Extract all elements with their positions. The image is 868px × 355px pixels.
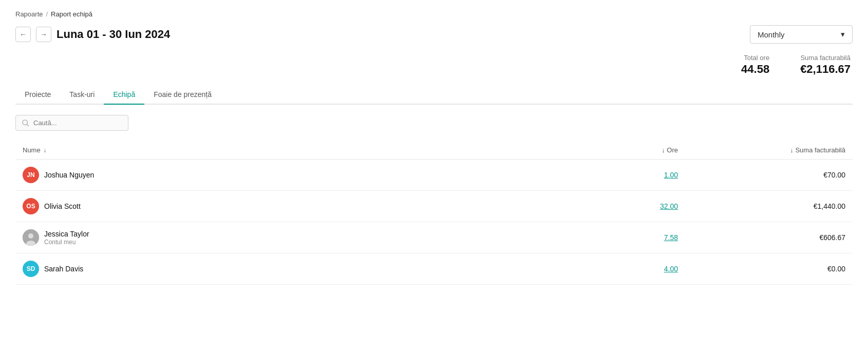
header-left: ← → Luna 01 - 30 Iun 2024 (15, 27, 170, 42)
search-input[interactable] (33, 119, 122, 127)
total-hours-label: Total ore (741, 54, 769, 62)
cell-billable: €606.67 (685, 222, 853, 253)
user-name: Jessica Taylor (44, 230, 89, 238)
avatar: JN (23, 167, 39, 183)
tab-echipa[interactable]: Echipă (104, 85, 144, 105)
avatar: SD (23, 261, 39, 277)
chevron-down-icon: ▾ (841, 30, 845, 39)
cell-hours: 1.00 (518, 160, 685, 191)
billable-sum-value: €2,116.67 (800, 63, 851, 76)
stats-row: Total ore 44.58 Suma facturabilă €2,116.… (15, 54, 853, 76)
total-hours-value: 44.58 (741, 63, 769, 76)
user-name: Sarah Davis (44, 265, 83, 273)
user-cell: JN Joshua Nguyen (23, 167, 511, 183)
user-name: Olivia Scott (44, 202, 81, 210)
breadcrumb-separator: / (46, 10, 48, 18)
search-container (15, 115, 128, 131)
cell-name: SD Sarah Davis (15, 253, 518, 285)
col-header-billable[interactable]: ↓ Suma facturabilă (685, 141, 853, 160)
cell-hours: 7.58 (518, 222, 685, 253)
total-hours-stat: Total ore 44.58 (741, 54, 769, 76)
cell-name: OS Olivia Scott (15, 191, 518, 222)
search-icon (22, 120, 29, 127)
cell-billable: €0.00 (685, 253, 853, 285)
tab-proiecte[interactable]: Proiecte (15, 85, 60, 105)
user-subtitle: Contul meu (44, 239, 89, 246)
breadcrumb: Rapoarte / Raport echipă (15, 10, 853, 18)
user-cell: OS Olivia Scott (23, 198, 511, 214)
breadcrumb-parent[interactable]: Rapoarte (15, 10, 43, 18)
table-row: SD Sarah Davis 4.00 €0.00 (15, 253, 853, 285)
cell-hours: 4.00 (518, 253, 685, 285)
table-row: JN Joshua Nguyen 1.00 €70.00 (15, 160, 853, 191)
tab-bar: Proiecte Task-uri Echipă Foaie de prezen… (15, 85, 853, 105)
user-name: Joshua Nguyen (44, 171, 94, 179)
svg-line-1 (27, 124, 29, 126)
user-info: Olivia Scott (44, 202, 81, 210)
table-row: OS Olivia Scott 32.00 €1,440.00 (15, 191, 853, 222)
user-info: Jessica Taylor Contul meu (44, 230, 89, 246)
hours-link[interactable]: 4.00 (664, 265, 678, 273)
table-header-row: Nume ↓ ↓ Ore ↓ Suma facturabilă (15, 141, 853, 160)
next-button[interactable]: → (36, 27, 51, 42)
col-header-name[interactable]: Nume ↓ (15, 141, 518, 160)
page-title: Luna 01 - 30 Iun 2024 (56, 28, 170, 41)
avatar: OS (23, 198, 39, 214)
svg-point-3 (28, 233, 33, 239)
col-header-hours[interactable]: ↓ Ore (518, 141, 685, 160)
cell-hours: 32.00 (518, 191, 685, 222)
breadcrumb-current: Raport echipă (51, 10, 92, 18)
cell-name: Jessica Taylor Contul meu (15, 222, 518, 253)
tab-foaie-de-prezenta[interactable]: Foaie de prezență (144, 85, 221, 105)
user-cell: SD Sarah Davis (23, 261, 511, 277)
search-wrapper (15, 115, 853, 131)
period-dropdown-label: Monthly (758, 30, 785, 39)
hours-link[interactable]: 32.00 (660, 202, 678, 210)
cell-billable: €1,440.00 (685, 191, 853, 222)
header-row: ← → Luna 01 - 30 Iun 2024 Monthly ▾ (15, 25, 853, 44)
hours-link[interactable]: 7.58 (664, 233, 678, 242)
hours-link[interactable]: 1.00 (664, 171, 678, 179)
user-info: Sarah Davis (44, 265, 83, 273)
user-cell: Jessica Taylor Contul meu (23, 229, 511, 246)
avatar (23, 229, 39, 246)
cell-name: JN Joshua Nguyen (15, 160, 518, 191)
team-table: Nume ↓ ↓ Ore ↓ Suma facturabilă JN Joshu… (15, 141, 853, 285)
table-row: Jessica Taylor Contul meu 7.58 €606.67 (15, 222, 853, 253)
billable-sum-stat: Suma facturabilă €2,116.67 (800, 54, 851, 76)
user-info: Joshua Nguyen (44, 171, 94, 179)
cell-billable: €70.00 (685, 160, 853, 191)
tab-task-uri[interactable]: Task-uri (60, 85, 104, 105)
period-dropdown[interactable]: Monthly ▾ (750, 25, 853, 44)
sort-arrow-name: ↓ (43, 147, 46, 154)
billable-sum-label: Suma facturabilă (800, 54, 851, 62)
prev-button[interactable]: ← (15, 27, 31, 42)
